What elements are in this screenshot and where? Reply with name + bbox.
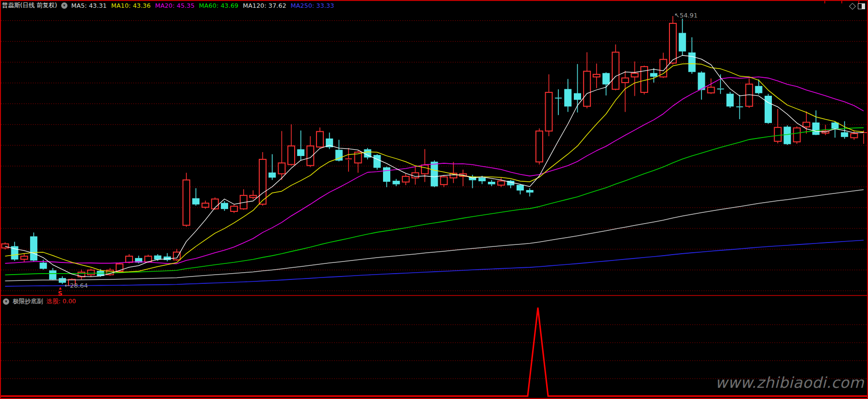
candle-body-down <box>479 178 485 181</box>
watermark-text: www.zhibiaodi.com <box>715 374 864 391</box>
candlestick-chart-svg[interactable] <box>1 10 867 295</box>
candle-body-up <box>116 264 123 271</box>
candle-body-up <box>622 78 629 83</box>
candle-body-down <box>755 86 762 93</box>
candle-body-down <box>221 203 228 209</box>
candle-body-up <box>593 74 600 77</box>
panel-separator[interactable] <box>0 295 868 296</box>
candle-body-up <box>250 195 256 197</box>
candle-body-down <box>679 33 686 51</box>
high-price-annotation: ↖54.91 <box>674 12 698 19</box>
candle-body-up <box>440 177 447 185</box>
candle-body-up <box>412 173 418 178</box>
arrow-upleft-icon: ↖ <box>674 12 680 19</box>
candle-body-down <box>688 52 695 71</box>
ma120-line <box>5 190 864 281</box>
candle-body-down <box>526 190 533 192</box>
ma-legend-item-3: MA60: 43.69 <box>199 2 238 9</box>
ma-legend-item-5: MA250: 33.33 <box>291 2 334 9</box>
candle-body-up <box>793 128 800 142</box>
window-border-top <box>0 0 868 1</box>
candle-body-down <box>813 123 819 135</box>
candle-body-up <box>183 180 190 225</box>
candle-body-down <box>40 263 47 269</box>
main-candlestick-panel[interactable] <box>1 10 867 295</box>
candle-body-up <box>498 181 504 185</box>
chevron-down-icon[interactable]: ▾ <box>3 298 9 305</box>
candle-body-down <box>832 123 838 129</box>
candle-body-down <box>488 182 495 184</box>
candle-body-up <box>584 71 590 106</box>
ma250-line <box>5 240 864 286</box>
candle-body-up <box>87 270 94 275</box>
candle-body-up <box>288 146 295 164</box>
chart-title-bar: 普蕊斯(日线 前复权) ▾ MA5: 43.31MA10: 43.36MA20:… <box>2 1 867 10</box>
indicator-header: ▾ 极限抄底副 选股: 0.00 <box>3 296 76 307</box>
candle-body-down <box>269 173 276 177</box>
candle-body-down <box>164 257 171 260</box>
candle-body-down <box>602 73 609 84</box>
ma-legend-item-0: MA5: 43.31 <box>71 2 107 9</box>
candle-body-down <box>50 271 56 279</box>
stock-period-label: 普蕊斯(日线 前复权) <box>2 1 57 10</box>
candle-body-down <box>431 162 438 186</box>
ma-legend-item-1: MA10: 43.36 <box>111 2 150 9</box>
candle-body-down <box>374 155 381 167</box>
candle-body-up <box>259 159 266 204</box>
candle-body-up <box>421 165 428 174</box>
candle-body-up <box>851 134 857 138</box>
ma60-line <box>5 128 864 275</box>
ma-legend: MA5: 43.31MA10: 43.36MA20: 45.35MA60: 43… <box>71 2 334 9</box>
candle-body-down <box>765 96 772 123</box>
candle-body-down <box>30 237 37 260</box>
candle-body-down <box>727 94 734 106</box>
candle-body-down <box>393 181 400 184</box>
split-window-icon[interactable] <box>858 3 865 9</box>
arrow-left-icon: ← <box>65 282 70 289</box>
ma-legend-item-4: MA120: 37.62 <box>243 2 286 9</box>
candle-body-up <box>21 256 28 259</box>
candle-body-down <box>154 256 161 259</box>
indicator-signal-label: 选股: 0.00 <box>47 297 76 306</box>
candle-body-up <box>278 163 285 173</box>
low-price-annotation: ←28.64 <box>65 282 88 289</box>
candle-body-up <box>2 244 9 248</box>
chart-window: { "title_bar": { "stock_label": "普蕊斯(日线 … <box>0 0 868 399</box>
candle-body-down <box>841 133 848 137</box>
candle-body-up <box>317 132 323 147</box>
candle-body-down <box>574 93 581 100</box>
candle-body-down <box>698 73 705 90</box>
candle-body-up <box>402 176 409 182</box>
window-border-left <box>0 0 1 399</box>
candle-body-up <box>803 122 810 127</box>
candle-body-up <box>126 256 133 262</box>
candle-body-down <box>565 89 571 106</box>
top-scale-tick <box>841 1 842 3</box>
indicator-name-label[interactable]: 极限抄底副 <box>13 297 43 306</box>
top-scale-tick <box>824 1 825 3</box>
candle-body-down <box>517 185 524 191</box>
candle-body-down <box>298 150 304 156</box>
candle-body-up <box>202 203 209 207</box>
candle-body-down <box>784 127 791 144</box>
candle-body-down <box>651 73 657 76</box>
candle-body-up <box>536 131 543 162</box>
candle-body-up <box>231 206 237 211</box>
candle-body-up <box>546 92 552 131</box>
candle-body-up <box>774 127 781 141</box>
candle-body-down <box>384 168 390 182</box>
candle-body-up <box>669 23 676 63</box>
candle-body-up <box>612 52 619 89</box>
candle-body-down <box>193 198 200 204</box>
ma-legend-item-2: MA20: 45.35 <box>155 2 194 9</box>
candle-body-up <box>631 73 638 77</box>
chevron-down-icon[interactable]: ▾ <box>61 2 67 9</box>
candle-body-up <box>708 87 715 93</box>
sell-signal-marker: ▲ S <box>55 287 65 296</box>
